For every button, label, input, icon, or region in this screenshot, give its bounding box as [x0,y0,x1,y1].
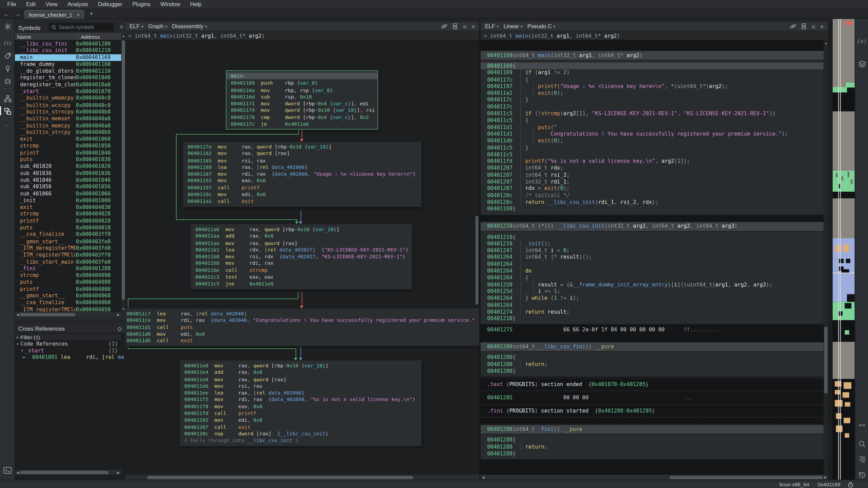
symbols-search-input[interactable] [59,24,109,30]
reanalyze-icon[interactable]: ↻ [484,33,487,38]
symbol-row-__builtin_strcpy[interactable]: __builtin_strcpy0x0004040b0 [15,129,121,136]
pane-menu-icon[interactable]: ≡ [463,23,466,30]
asm-line[interactable]: 004011be call strcmp [195,267,412,274]
symbol-row-__libc_start_main[interactable]: __libc_start_main0x000403fe0 [15,258,121,265]
asm-line[interactable]: 004011bb mov rdi, rax [195,260,412,267]
asm-line[interactable]: 004011f8 mov eax, 0x0 [184,403,421,410]
graph-canvas[interactable]: main:00401169 push rbp {var_8}0040116a m… [125,40,479,475]
asm-line[interactable]: 004011ee lea rax, [rel data_402098] [184,389,421,396]
asm-line[interactable]: 0040117c je 0x4011a6 [231,121,378,127]
menu-item-plugins[interactable]: Plugins [127,0,156,8]
symbol-row-strcmp[interactable]: strcmp0x000401050 [15,143,121,150]
graph-function-signature[interactable]: ↻int64_t main(int32_t arg1, int64_t* arg… [125,31,479,40]
asm-line[interactable]: 004011e0 mov rax, qword [rbp-0x10 {var_1… [184,362,421,369]
menu-item-analysis[interactable]: Analysis [62,0,93,8]
symbol-row-printf[interactable]: printf0x000404020 [15,217,121,224]
hex-bytes-line[interactable]: 00401275 66 66 2e-0f 1f 84 00 00 00 00 0… [481,324,824,335]
view-selector-linear[interactable]: Linear [504,23,519,29]
symbol-row-__gmon_start__[interactable]: __gmon_start__0x000403fe8 [15,238,121,245]
symbol-row-sub_401066[interactable]: sub_4010660x000401066 [15,190,121,197]
asm-line[interactable]: 004011a6 mov rax, qword [rbp-0x10 {var_1… [195,226,412,233]
pane-close-icon[interactable]: × [820,23,824,30]
symbol-row-__builtin_memset[interactable]: __builtin_memset0x0004040a8 [15,115,121,122]
code-line[interactable]: 00401280{ [481,354,824,361]
symbol-row-deregister_tm_clon[interactable]: deregister_tm_clon…0x0004010a0 [15,81,121,88]
sync-link-icon[interactable] [441,23,447,29]
asm-line[interactable]: 00401197 call printf [188,184,421,191]
code-line[interactable]: 0040117c } [481,97,824,103]
symbol-row-sub_401056[interactable]: sub_4010560x000401056 [15,184,121,190]
asm-line[interactable]: 004011e8 mov rax, qword [rax] [184,376,421,383]
linear-vertical-scrollbar[interactable]: ▲ [824,40,828,475]
graph-horizontal-scrollbar[interactable] [125,475,479,480]
code-line[interactable]: 00401280 return; [481,361,824,368]
reanalyze-icon[interactable]: ↻ [128,33,131,38]
xref-function-label[interactable]: _start [25,347,44,353]
core-star-icon[interactable] [3,22,12,31]
pane-close-icon[interactable]: × [471,23,475,30]
asm-line[interactable]: 004011a1 call exit [188,198,421,205]
symbol-row-exit[interactable]: exit0x000401060 [15,136,121,143]
symbol-row-__do_global_dtors_[interactable]: __do_global_dtors_…0x000401110 [15,68,121,74]
code-line[interactable]: 0040117c [481,103,824,110]
start-collapse-icon[interactable]: ▾ [19,348,25,353]
symbol-row-strcmp[interactable]: strcmp0x000404090 [15,272,121,279]
linear-horizontal-scrollbar[interactable]: ◀ ▶ [481,475,828,480]
asm-line[interactable]: 0040117e mov rax, qword [rbp-0x10 {var_1… [188,143,421,150]
basic-block-b3[interactable]: 004011a6 mov rax, qword [rbp-0x10 {var_1… [191,224,413,290]
panel-splitter-handle[interactable]: ······ [15,320,125,324]
view-selector-pseudo-c[interactable]: Pseudo C [527,23,552,29]
symbol-row-__cxa_finalize[interactable]: __cxa_finalize0x000404060 [15,299,121,306]
code-line[interactable]: 00401264 do [481,267,824,274]
code-line[interactable]: 0040117c { [481,76,824,83]
asm-line[interactable]: 004011c5 jne 0x4011e0 [195,280,412,287]
asm-line[interactable]: 00401171 mov dword [rbp-0x4 {var_c}], ed… [231,100,378,107]
symbol-row-sub_401020[interactable]: sub_4010200x000401020 [15,163,121,170]
stack-layers-icon[interactable] [856,59,868,69]
graph-vertical-scrollbar[interactable] [475,216,478,305]
symbol-row-__libc_csu_init[interactable]: __libc_csu_init0x000401210 [15,47,121,54]
xrefs-filter-label[interactable]: Filter (1) [20,334,40,340]
asm-line[interactable]: 0040116a mov rbp, rsp {var_8} [231,87,378,93]
asm-line[interactable]: 004011f5 mov rdi, rax {data_402098, "%s … [184,396,421,403]
code-line[interactable]: 004011c5 [481,151,824,158]
symbol-row-exit[interactable]: exit0x000404030 [15,204,121,211]
asm-line[interactable]: 004011db call exit [127,337,479,344]
types-icon[interactable]: {T} [3,39,12,48]
symbol-row-_fini[interactable]: _fini0x000401288 [15,265,121,272]
symbol-row-strcmp[interactable]: strcmp0x000404028 [15,211,121,217]
code-line[interactable]: 00401207 int32_t rdi_1; [481,178,824,185]
column-header-name[interactable]: Name [15,34,78,40]
code-line[interactable]: 00401169{ [481,63,824,69]
code-line[interactable]: 0040120c return __libc_csu_init(rdi_1, r… [481,199,824,206]
menu-item-edit[interactable]: Edit [21,0,40,8]
code-line[interactable]: 00401264 [481,302,824,309]
basic-block-b1[interactable]: main:00401169 push rbp {var_8}0040116a m… [226,70,378,130]
view-selector-elf[interactable]: ELF [485,23,495,29]
symbol-row-register_tm_clones[interactable]: register_tm_clones0x0004010d0 [15,74,121,81]
linear-scroll-up-icon[interactable]: ▲ [824,41,828,46]
code-line[interactable]: 00401288{ [481,437,824,443]
asm-line[interactable]: 004011aa add rax, 0x8 [195,233,412,240]
asm-line[interactable]: 004011d6 mov edi, 0x0 [127,331,479,337]
symbol-row-puts[interactable]: puts0x000401030 [15,156,121,163]
asm-line[interactable]: 00401192 mov eax, 0x0 [188,177,421,184]
asm-line[interactable]: 00401185 mov rsi, rax [188,157,421,164]
code-line[interactable]: 004011a1 exit(0); [481,90,824,97]
symbol-row-printf[interactable]: printf0x000401040 [15,150,121,156]
asm-line[interactable]: 004011ce mov rdi, rax {data_402048, "Con… [127,317,479,324]
code-line[interactable]: 00401259 result = (&__frame_dummy_init_a… [481,281,824,288]
function-header-00401280[interactable]: 00401280int64_t __libc_csu_fini() __pure [481,342,824,352]
asm-line[interactable]: 00401182 mov rax, qword [rax] [188,150,421,157]
asm-line[interactable]: 0040116d sub rsp, 0x10 [231,93,378,100]
symbol-row-__builtin_memcpy[interactable]: __builtin_memcpy0x0004040a0 [15,122,121,129]
symbol-row-_init[interactable]: _init0x000401000 [15,197,121,204]
tab-close-icon[interactable]: × [77,12,80,17]
asm-line[interactable]: 004011c3 test eax, eax [195,274,412,280]
code-line[interactable]: 00401207 int64_t rdx; [481,165,824,172]
asm-line[interactable]: 004011eb mov rsi, rax [184,383,421,389]
symbol-row-__cxa_finalize[interactable]: __cxa_finalize0x000403ff8 [15,231,121,238]
code-line[interactable]: 004011db exit(0); [481,138,824,144]
symbol-row-__gmon_start__[interactable]: __gmon_start__0x000404068 [15,293,121,299]
symbol-row-printf[interactable]: printf0x000404080 [15,286,121,293]
